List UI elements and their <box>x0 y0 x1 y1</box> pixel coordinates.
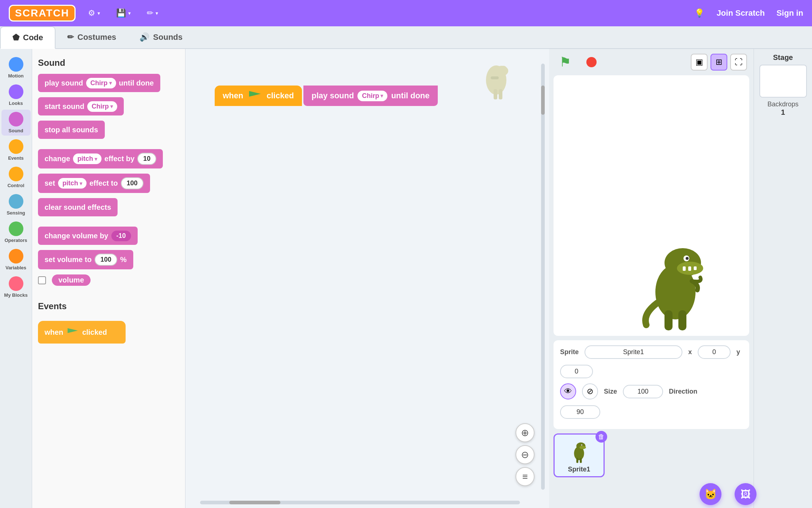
add-sprite-button[interactable]: 🐱 <box>700 483 721 505</box>
change-volume-block[interactable]: change volume by -10 <box>38 227 138 245</box>
sidebar-label-looks: Looks <box>9 101 23 106</box>
volume-reporter-block[interactable]: volume <box>52 274 91 286</box>
sidebar-item-operators[interactable]: Operators <box>1 219 31 245</box>
size-input[interactable] <box>623 385 663 398</box>
right-panel: ⚑ ▣ ⊞ ⛶ <box>549 49 812 508</box>
add-sprite-icon: 🐱 <box>704 488 717 500</box>
start-sound-block[interactable]: start sound Chirp ▾ <box>38 97 124 115</box>
zoom-controls: ⊕ ⊖ ≡ <box>516 423 535 486</box>
play-sound-chirp-canvas-pill[interactable]: Chirp ▾ <box>357 91 387 101</box>
layout-small-button[interactable]: ▣ <box>691 54 708 71</box>
sidebar-label-sound: Sound <box>8 128 23 133</box>
direction-input[interactable] <box>560 405 600 419</box>
sidebar-item-sensing[interactable]: Sensing <box>1 192 31 218</box>
svg-point-4 <box>501 66 506 70</box>
svg-rect-14 <box>664 310 673 330</box>
tab-costumes[interactable]: ✏ Costumes <box>55 26 128 49</box>
set-pitch-dd-arrow: ▾ <box>80 181 82 186</box>
settings-button[interactable]: ⚙ ▾ <box>84 6 104 20</box>
scratch-logo[interactable]: SCRATCH <box>9 5 76 22</box>
pitch-pill[interactable]: pitch ▾ <box>73 153 102 164</box>
volume-change-value[interactable]: -10 <box>111 231 131 241</box>
sprite1-card[interactable]: 🗑 Sprite1 <box>554 433 605 477</box>
add-backdrop-button[interactable]: 🖼 <box>735 483 757 505</box>
pitch-dd-arrow: ▾ <box>95 156 97 162</box>
looks-dot <box>9 84 23 99</box>
tab-bar: ⬟ Code ✏ Costumes 🔊 Sounds <box>0 26 812 49</box>
start-chirp-label: Chirp <box>92 103 109 110</box>
zoom-in-button[interactable]: ⊕ <box>516 423 535 442</box>
pitch-effect-value[interactable]: 10 <box>137 153 156 165</box>
tab-costumes-label: Costumes <box>77 33 116 42</box>
sidebar-item-motion[interactable]: Motion <box>1 55 31 81</box>
volume-value[interactable]: 100 <box>95 254 117 266</box>
when-flag-clicked-canvas-block[interactable]: when clicked <box>215 86 302 106</box>
fit-icon: ≡ <box>522 471 528 482</box>
set-volume-block[interactable]: set volume to 100 % <box>38 250 133 269</box>
sidebar-item-myblocks[interactable]: My Blocks <box>1 274 31 300</box>
zoom-out-button[interactable]: ⊖ <box>516 445 535 464</box>
variables-dot <box>9 249 23 264</box>
tutorial-button[interactable]: 💡 <box>691 6 708 20</box>
green-flag-button[interactable]: ⚑ <box>556 53 575 72</box>
change-pitch-effect-block[interactable]: change pitch ▾ effect by 10 <box>38 149 163 168</box>
x-input[interactable] <box>698 345 731 359</box>
edit-arrow: ▾ <box>156 10 158 16</box>
sprite1-thumbnail <box>566 438 592 463</box>
edit-button[interactable]: ✏ ▾ <box>143 6 162 20</box>
canvas-scrollbar-v-thumb[interactable] <box>541 86 545 115</box>
sidebar-label-variables: Variables <box>5 265 26 270</box>
y-input[interactable] <box>560 365 593 378</box>
play-sound-canvas-block[interactable]: play sound Chirp ▾ until done <box>303 86 437 106</box>
stage-panel: ⚑ ▣ ⊞ ⛶ <box>549 49 754 508</box>
sprite-properties: Sprite x y 👁 ⊘ Size Direction <box>554 340 749 429</box>
clear-sound-effects-block[interactable]: clear sound effects <box>38 198 118 216</box>
join-scratch-link[interactable]: Join Scratch <box>717 8 765 18</box>
svg-point-20 <box>582 444 582 445</box>
sign-in-link[interactable]: Sign in <box>777 8 803 18</box>
stop-button[interactable] <box>582 53 601 72</box>
volume-checkbox[interactable] <box>38 276 46 284</box>
sounds-tab-icon: 🔊 <box>139 33 149 42</box>
sidebar-item-looks[interactable]: Looks <box>1 82 31 108</box>
sidebar-label-sensing: Sensing <box>7 210 25 216</box>
nav-right: Join Scratch Sign in <box>717 8 803 18</box>
stop-all-sounds-block[interactable]: stop all sounds <box>38 121 105 139</box>
set-pitch-pill[interactable]: pitch ▾ <box>58 178 87 189</box>
canvas-scrollbar-horizontal[interactable] <box>200 501 520 504</box>
sidebar-item-events[interactable]: Events <box>1 137 31 163</box>
sidebar-item-variables[interactable]: Variables <box>1 247 31 273</box>
change-label: change <box>45 155 70 163</box>
start-sound-chirp-pill[interactable]: Chirp ▾ <box>87 101 117 112</box>
stop-all-sounds-block-row: stop all sounds <box>38 121 179 139</box>
chirp-canvas-dd-arrow: ▾ <box>380 93 383 99</box>
sprite1-delete-button[interactable]: 🗑 <box>595 431 607 443</box>
canvas-scrollbar-vertical[interactable] <box>541 64 545 490</box>
tab-code[interactable]: ⬟ Code <box>0 26 55 49</box>
stage-section: Stage Backdrops 1 <box>754 49 812 508</box>
layout-fullscreen-button[interactable]: ⛶ <box>730 54 747 71</box>
canvas-scrollbar-h-thumb[interactable] <box>229 501 280 504</box>
svg-rect-11 <box>694 266 697 270</box>
save-button[interactable]: 💾 ▾ <box>112 6 134 20</box>
set-pitch-effect-block[interactable]: set pitch ▾ effect to 100 <box>38 174 150 193</box>
sprite-name-input[interactable] <box>585 345 682 359</box>
clicked-canvas-label: clicked <box>267 91 294 101</box>
sidebar-item-control[interactable]: Control <box>1 164 31 190</box>
pitch-effect-to-value[interactable]: 100 <box>121 177 143 189</box>
sidebar-item-sound[interactable]: Sound <box>1 110 31 136</box>
fit-button[interactable]: ≡ <box>516 467 535 486</box>
show-sprite-button[interactable]: 👁 <box>560 383 576 399</box>
sound-dot <box>9 112 23 126</box>
change-volume-block-row: change volume by -10 <box>38 227 179 245</box>
when-flag-clicked-palette-block[interactable]: when clicked <box>38 321 126 344</box>
layout-normal-button[interactable]: ⊞ <box>710 54 727 71</box>
hide-sprite-button[interactable]: ⊘ <box>582 383 598 399</box>
play-sound-chirp-pill[interactable]: Chirp ▾ <box>86 78 116 88</box>
tab-sounds[interactable]: 🔊 Sounds <box>128 26 194 49</box>
sprite-options-row: 👁 ⊘ Size Direction <box>560 383 743 419</box>
play-sound-until-done-block[interactable]: play sound Chirp ▾ until done <box>38 74 160 92</box>
gear-icon: ⚙ <box>88 8 95 18</box>
stage-thumbnail[interactable] <box>759 65 807 98</box>
stage-layout-buttons: ▣ ⊞ ⛶ <box>691 54 747 71</box>
